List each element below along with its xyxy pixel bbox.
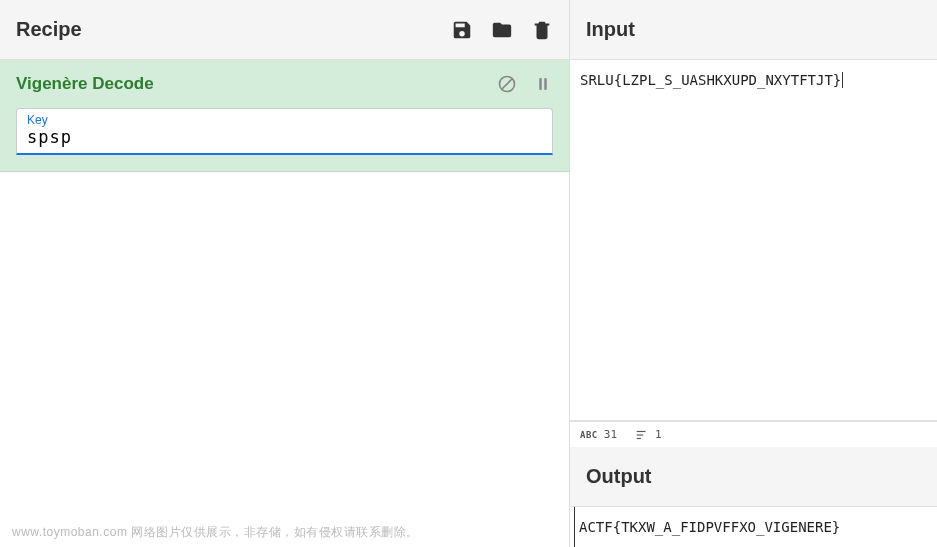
input-textarea[interactable]: SRLU{LZPL_S_UASHKXUPD_NXYTFTJT} (570, 60, 937, 421)
folder-icon[interactable] (491, 19, 513, 41)
pause-icon[interactable] (533, 74, 553, 94)
line-count-value: 1 (655, 428, 662, 441)
disable-icon[interactable] (497, 74, 517, 94)
key-field[interactable]: Key (16, 108, 553, 155)
key-label: Key (27, 113, 542, 127)
line-count-icon (635, 428, 649, 442)
input-title: Input (586, 18, 635, 41)
recipe-body (0, 172, 569, 518)
output-title: Output (586, 465, 652, 488)
operation-name: Vigenère Decode (16, 74, 154, 94)
recipe-title: Recipe (16, 18, 82, 41)
output-textarea[interactable]: ACTF{TKXW_A_FIDPVFFXO_VIGENERE} (574, 507, 937, 547)
svg-line-1 (502, 79, 512, 89)
recipe-header: Recipe (0, 0, 569, 60)
delete-icon[interactable] (531, 19, 553, 41)
watermark-text: www.toymoban.com 网络图片仅供展示，非存储，如有侵权请联系删除。 (0, 518, 569, 547)
char-count-value: 31 (604, 428, 617, 441)
input-status-bar: ABC 31 1 (570, 421, 937, 447)
operation-card: Vigenère Decode Key (0, 60, 569, 172)
input-header: Input (570, 0, 937, 60)
char-count-icon: ABC (580, 430, 598, 440)
output-header: Output (570, 447, 937, 507)
key-input[interactable] (27, 127, 542, 147)
save-icon[interactable] (451, 19, 473, 41)
